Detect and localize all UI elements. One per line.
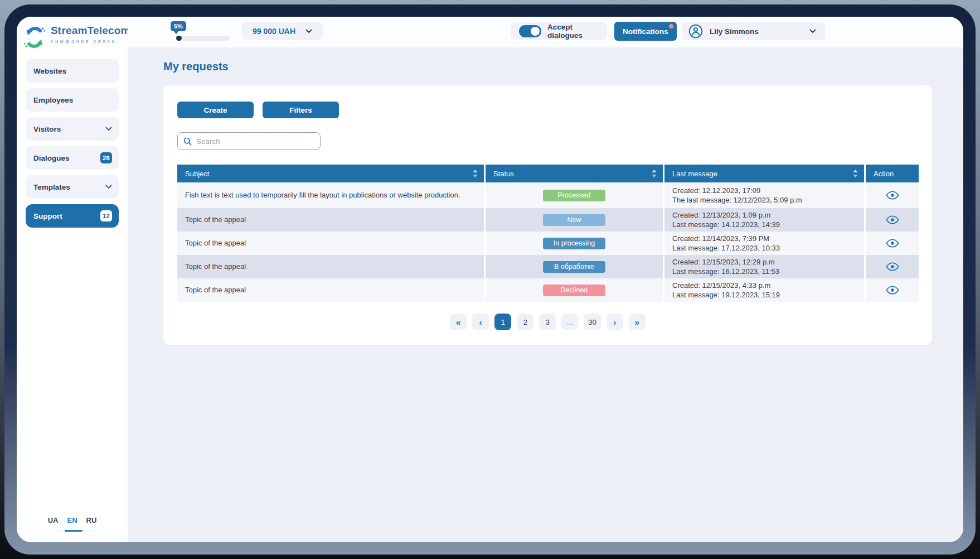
page-button-30[interactable]: 30 bbox=[584, 314, 600, 330]
accept-dialogues-control: Accept dialogues bbox=[511, 22, 607, 40]
filters-button[interactable]: Filters bbox=[263, 102, 339, 118]
column-header-last-message[interactable]: Last message bbox=[664, 165, 866, 182]
accept-dialogues-toggle[interactable] bbox=[519, 25, 541, 37]
cell-status: New bbox=[486, 208, 664, 232]
search-icon bbox=[183, 137, 192, 146]
cell-status: В обработке bbox=[486, 255, 664, 278]
notification-dot bbox=[669, 24, 673, 28]
user-name: Lily Simmons bbox=[710, 27, 803, 36]
table-row: Topic of the appeal In processing Create… bbox=[177, 232, 919, 255]
chevron-down-icon bbox=[105, 185, 112, 189]
eye-icon[interactable] bbox=[886, 262, 899, 271]
cell-subject: Fish text is text used to temporarily fi… bbox=[177, 182, 486, 208]
requests-table: Subject Status Last messag bbox=[177, 165, 919, 302]
sidebar-item-visitors[interactable]: Visitors bbox=[26, 117, 119, 141]
sidebar-item-templates[interactable]: Templates bbox=[26, 175, 119, 199]
cell-status: Declined bbox=[486, 278, 664, 302]
balance-amount: 99 000 UAH bbox=[253, 27, 295, 36]
sidebar-item-employees[interactable]: Employees bbox=[26, 88, 119, 112]
cell-subject: Topic of the appeal bbox=[177, 208, 486, 232]
user-menu[interactable]: Lily Simmons bbox=[682, 22, 825, 40]
brand-name: StreamTelecom bbox=[51, 25, 130, 37]
page-button-3[interactable]: 3 bbox=[539, 314, 556, 330]
support-count-badge: 12 bbox=[100, 210, 112, 221]
notifications-button[interactable]: Notifications bbox=[614, 22, 677, 41]
user-avatar-icon bbox=[688, 24, 703, 38]
last-page-button[interactable]: » bbox=[629, 314, 646, 330]
sidebar-item-dialogues[interactable]: Dialogues 26 bbox=[26, 146, 119, 170]
progress-bar bbox=[176, 36, 230, 41]
main-content: My requests Create Filters bbox=[128, 47, 963, 542]
sidebar-item-websites[interactable]: Websites bbox=[26, 59, 119, 83]
cell-last-message: Created: 12/15/2023, 4:33 p.mLast messag… bbox=[664, 278, 866, 302]
logo: StreamTelecom симфония связи bbox=[23, 25, 119, 50]
view-request-button[interactable] bbox=[866, 232, 919, 255]
balance-dropdown[interactable]: 99 000 UAH bbox=[242, 22, 323, 40]
chevron-down-icon bbox=[809, 29, 816, 33]
progress-fill bbox=[176, 36, 182, 41]
dialogues-count-badge: 26 bbox=[100, 152, 112, 163]
create-button[interactable]: Create bbox=[177, 102, 254, 118]
eye-icon[interactable] bbox=[886, 191, 899, 200]
first-page-button[interactable]: « bbox=[450, 314, 467, 330]
page-ellipsis: ... bbox=[561, 314, 578, 330]
cell-last-message: Created: 12/15/2023, 12:29 p.mLast messa… bbox=[664, 255, 866, 278]
language-switcher: UA EN RU bbox=[26, 516, 119, 531]
page-button-1[interactable]: 1 bbox=[494, 314, 511, 330]
requests-card: Create Filters S bbox=[163, 85, 932, 345]
status-badge: Processed bbox=[543, 190, 605, 201]
chevron-down-icon bbox=[105, 127, 112, 131]
sort-icon[interactable] bbox=[473, 170, 478, 177]
status-badge: В обработке bbox=[543, 261, 605, 273]
column-header-status[interactable]: Status bbox=[486, 165, 664, 182]
eye-icon[interactable] bbox=[886, 215, 899, 224]
view-request-button[interactable] bbox=[866, 278, 919, 302]
app-window: StreamTelecom симфония связи Websites Em… bbox=[17, 17, 963, 542]
view-request-button[interactable] bbox=[866, 255, 919, 278]
eye-icon[interactable] bbox=[886, 286, 899, 295]
language-ua[interactable]: UA bbox=[48, 516, 59, 524]
language-en[interactable]: EN bbox=[67, 516, 77, 524]
cell-status: In processing bbox=[486, 232, 664, 255]
next-page-button[interactable]: › bbox=[607, 314, 623, 330]
view-request-button[interactable] bbox=[866, 182, 919, 208]
status-badge: In processing bbox=[543, 238, 605, 249]
cell-subject: Topic of the appeal bbox=[177, 255, 486, 278]
sidebar-item-support[interactable]: Support 12 bbox=[26, 204, 119, 228]
column-header-action: Action bbox=[866, 165, 919, 182]
table-row: Topic of the appeal New Created: 12/13/2… bbox=[177, 208, 919, 232]
table-header: Subject Status Last messag bbox=[177, 165, 919, 182]
pagination: « ‹ 1 2 3 ... 30 › » bbox=[177, 314, 918, 330]
cell-last-message: Created: 12/14/2023, 7:39 PMLast message… bbox=[664, 232, 866, 255]
language-ru[interactable]: RU bbox=[86, 516, 97, 524]
usage-progress: 5% bbox=[171, 21, 232, 41]
page-button-2[interactable]: 2 bbox=[517, 314, 533, 330]
status-badge: Declined bbox=[543, 285, 605, 296]
previous-page-button[interactable]: ‹ bbox=[472, 314, 489, 330]
progress-percent-chip: 5% bbox=[171, 21, 186, 31]
cell-status: Processed bbox=[486, 182, 664, 208]
sidebar-nav: Websites Employees Visitors Dialogues 26… bbox=[26, 59, 119, 228]
column-header-subject[interactable]: Subject bbox=[177, 165, 486, 182]
status-badge: New bbox=[543, 214, 605, 226]
cell-subject: Topic of the appeal bbox=[177, 232, 486, 255]
sidebar: StreamTelecom симфония связи Websites Em… bbox=[17, 17, 128, 542]
eye-icon[interactable] bbox=[886, 239, 899, 248]
language-underline bbox=[51, 531, 94, 531]
topbar: 5% 99 000 UAH Accept dialogues Notificat… bbox=[128, 17, 963, 47]
brand-tagline: симфония связи bbox=[51, 38, 130, 44]
view-request-button[interactable] bbox=[866, 208, 919, 232]
chevron-down-icon bbox=[305, 29, 312, 33]
search-input[interactable] bbox=[196, 137, 314, 146]
cell-subject: Topic of the appeal bbox=[177, 278, 486, 302]
sort-icon[interactable] bbox=[853, 170, 858, 177]
page-title: My requests bbox=[163, 60, 932, 73]
sort-icon[interactable] bbox=[652, 170, 657, 177]
accept-dialogues-label: Accept dialogues bbox=[547, 23, 599, 40]
table-row: Topic of the appeal Declined Created: 12… bbox=[177, 278, 919, 302]
cell-last-message: Created: 12/13/2023, 1:09 p.mLast messag… bbox=[664, 208, 866, 232]
table-row: Fish text is text used to temporarily fi… bbox=[177, 182, 919, 208]
table-row: Topic of the appeal В обработке Created:… bbox=[177, 255, 919, 278]
streamtelecom-logo-icon bbox=[23, 25, 46, 50]
search-box bbox=[177, 132, 321, 150]
